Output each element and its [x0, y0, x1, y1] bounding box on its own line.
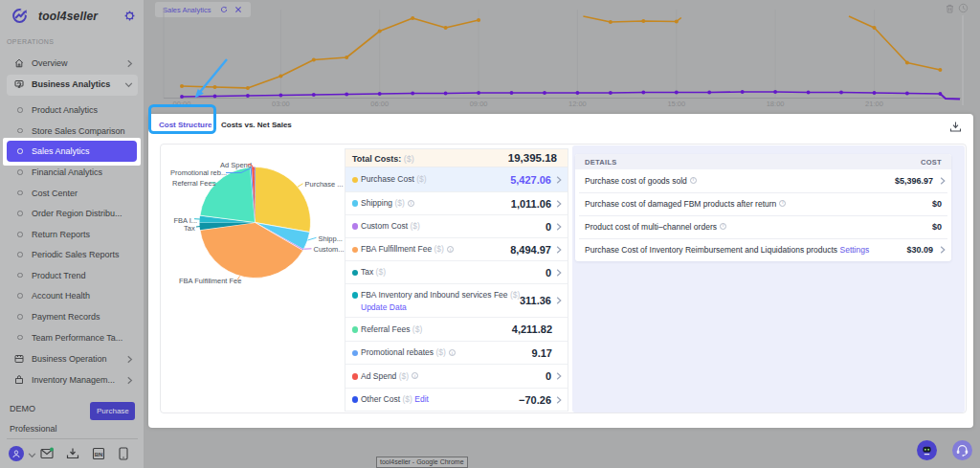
svg-text:06:00: 06:00 [370, 100, 389, 108]
svg-text:15:00: 15:00 [667, 100, 685, 108]
svg-text:18:00: 18:00 [767, 100, 785, 108]
svg-text:21:00: 21:00 [865, 100, 883, 108]
svg-text:03:00: 03:00 [272, 100, 290, 108]
svg-text:12:00: 12:00 [568, 100, 587, 108]
svg-text:BN: BN [95, 452, 103, 457]
svg-text:09:00: 09:00 [470, 100, 488, 108]
